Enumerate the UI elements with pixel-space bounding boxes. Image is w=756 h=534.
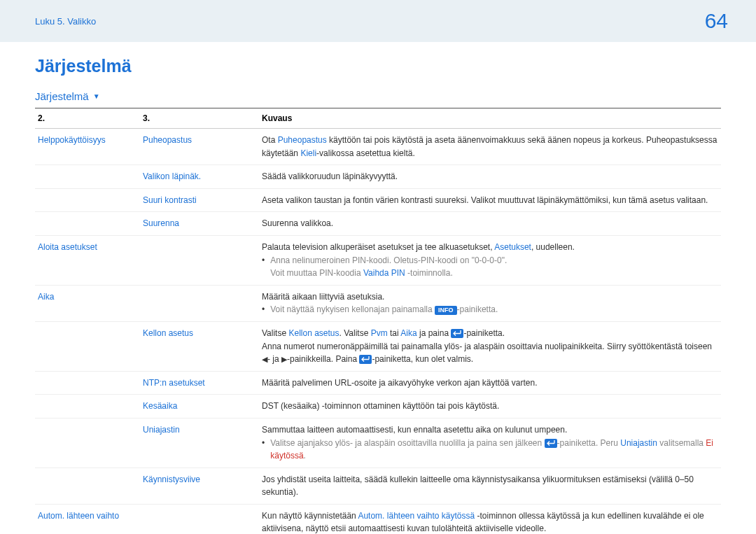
table-row: Suuri kontrasti Aseta valikon taustan ja… [35,188,721,212]
table-header-row: 2. 3. Kuvaus [35,108,721,129]
text: , uudelleen. [531,242,575,252]
cell-text: Määritä palvelimen URL-osoite ja aikavyö… [259,371,721,395]
info-badge-icon: INFO [435,306,457,315]
date-inline: Pvm [371,328,388,338]
auto-source-on-inline: Autom. lähteen vaihto käytössä [358,511,475,521]
boot-delay-label: Käynnistysviive [143,475,200,484]
voice-guide-label: Puheopastus [143,135,192,145]
section-label: Järjestelmä [35,90,89,102]
accessibility-label: Helppokäyttöisyys [38,135,106,145]
table-row: Autom. lähteen vaihto Kun näyttö käynnis… [35,504,721,534]
change-pin-inline: Vaihda PIN [363,268,405,278]
col-2: 2. [35,108,140,129]
text: Valitse ajanjakso ylös- ja alaspäin osoi… [270,438,544,448]
text: Sammuttaa laitteen automaattisesti, kun … [262,423,718,437]
enlarge-label: Suurenna [143,218,179,228]
text: -valikossa asetettua kieltä. [316,148,415,158]
time-inline: Aika [400,328,416,338]
cell-text: Aseta valikon taustan ja fontin värien k… [259,188,721,212]
clock-set-label: Kellon asetus [143,328,193,338]
text: ja paina [417,328,451,338]
menu-transparency-label: Valikon läpinäk. [143,171,201,181]
arrow-left-icon: ◀ [262,355,267,363]
page-title: Järjestelmä [35,56,721,76]
settings-inline: Asetukset [494,242,531,252]
text: Kun näyttö käynnistetään [262,511,358,521]
language-inline: Kieli [300,148,316,158]
text: tai [388,328,401,338]
chevron-down-icon: ▼ [93,92,100,100]
cell-text: Suurenna valikkoa. [259,212,721,236]
page-number: 64 [705,9,728,33]
text: Voit näyttää nykyisen kellonajan painama… [270,304,435,314]
ntp-label: NTP:n asetukset [143,378,205,388]
cell-text: Säädä valikkoruudun läpinäkyvyyttä. [259,165,721,189]
text: valitsemalla [657,438,706,448]
high-contrast-label: Suuri kontrasti [143,195,197,205]
section-heading[interactable]: Järjestelmä ▼ [35,90,721,102]
sleep-timer-label: Uniajastin [143,425,180,435]
cell-text: Jos yhdistät useita laitteita, säädä kul… [259,468,721,504]
table-row: Uniajastin Sammuttaa laitteen automaatti… [35,418,721,468]
text: Palauta television alkuperäiset asetukse… [262,242,494,252]
cell-text: Kun näyttö käynnistetään Autom. lähteen … [259,504,721,534]
text: Voit muuttaa PIN-koodia [270,268,363,278]
start-setup-label: Aloita asetukset [38,242,97,252]
text: -painiketta. [463,328,505,338]
text: . Valitse [340,328,371,338]
cell-text: Palauta television alkuperäiset asetukse… [259,235,721,285]
table-row: Aloita asetukset Palauta television alku… [35,235,721,285]
dst-label: Kesäaika [143,401,177,411]
cell-text: Valitse Kellon asetus. Valitse Pvm tai A… [259,321,721,371]
cell-text: Ota Puheopastus käyttöön tai pois käytös… [259,129,721,165]
bullet-icon: • [262,303,265,316]
text: . [304,451,306,461]
table-row: Suurenna Suurenna valikkoa. [35,212,721,236]
bullet-icon: • [262,254,265,280]
enter-icon [359,355,372,364]
cell-text: Määritä aikaan liittyviä asetuksia. • Vo… [259,285,721,321]
sleep-timer-inline: Uniajastin [620,438,657,448]
clock-set-inline: Kellon asetus [288,328,339,338]
table-row: Kellon asetus Valitse Kellon asetus. Val… [35,321,721,371]
text: -painiketta. Peru [557,438,621,448]
text: - ja [267,354,281,364]
text: Valitse [262,328,288,338]
cell-text: Sammuttaa laitteen automaattisesti, kun … [259,418,721,468]
col-description: Kuvaus [259,108,721,129]
bullet-icon: • [262,437,265,463]
text: -painikkeilla. Paina [287,354,359,364]
time-label: Aika [38,292,54,302]
auto-source-switch-label: Autom. lähteen vaihto [38,511,119,521]
table-row: Valikon läpinäk. Säädä valikkoruudun läp… [35,165,721,189]
text: Määritä aikaan liittyviä asetuksia. [262,290,718,304]
text: -painiketta, kun olet valmis. [372,354,473,364]
text: Anna numerot numeronäppäimillä tai paina… [262,342,712,351]
enter-icon [451,329,463,338]
col-3: 3. [140,108,259,129]
page-content: Järjestelmä Järjestelmä ▼ 2. 3. Kuvaus H… [0,42,756,534]
table-row: NTP:n asetukset Määritä palvelimen URL-o… [35,371,721,395]
bullet-text: Anna nelinumeroinen PIN-koodi. Oletus-PI… [270,254,507,267]
arrow-right-icon: ▶ [281,355,287,363]
cell-text: DST (kesäaika) -toiminnon ottaminen käyt… [259,395,721,419]
text: Ota [262,135,278,145]
table-row: Aika Määritä aikaan liittyviä asetuksia.… [35,285,721,321]
text: -painiketta. [457,304,498,314]
breadcrumb[interactable]: Luku 5. Valikko [35,16,96,27]
table-row: Käynnistysviive Jos yhdistät useita lait… [35,468,721,504]
settings-table: 2. 3. Kuvaus Helppokäyttöisyys Puheopast… [35,108,721,534]
text: -toiminnolla. [405,268,453,278]
voice-guide-inline: Puheopastus [278,135,327,145]
table-row: Kesäaika DST (kesäaika) -toiminnon ottam… [35,395,721,419]
table-row: Helppokäyttöisyys Puheopastus Ota Puheop… [35,129,721,165]
page-header: Luku 5. Valikko 64 [0,0,756,42]
enter-icon [545,439,557,448]
